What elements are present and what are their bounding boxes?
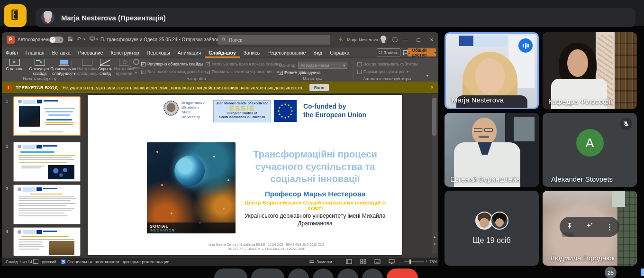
close-button[interactable]: ×	[425, 32, 438, 47]
minimize-button[interactable]: —	[398, 32, 412, 47]
tab-review[interactable]: Рецензирование	[263, 47, 309, 58]
normal-view-icon[interactable]	[346, 259, 354, 264]
previous-slide-button[interactable]: ▲	[432, 233, 438, 240]
tab-slideshow[interactable]: Слайд-шоу	[205, 47, 240, 58]
participant-name: Marja Nesterova	[452, 96, 504, 104]
scrollbar-thumb[interactable]	[432, 98, 436, 136]
more-controls-button[interactable]	[362, 269, 383, 278]
slide-thumbnail-1[interactable]	[13, 96, 81, 136]
tile-more-participants[interactable]: Ще 19 осіб	[444, 191, 539, 266]
partial-icon	[641, 269, 644, 276]
reading-view-icon[interactable]	[374, 259, 382, 264]
powerpoint-icon: P	[7, 36, 15, 44]
proofing-icon[interactable]	[33, 259, 38, 264]
slide-presenter: Професор Марья Нестерова	[237, 190, 393, 198]
slide-sorter-icon[interactable]	[360, 259, 368, 264]
tile-marja-nesterova[interactable]: Marja Nesterova	[444, 32, 539, 109]
maximize-button[interactable]: □	[411, 32, 426, 47]
zoom-slider-thumb[interactable]	[409, 259, 411, 264]
tab-draw[interactable]: Рисование	[74, 47, 107, 58]
update-slides-checkbox[interactable]: ✓Регулярно обновлять слайды	[141, 62, 203, 66]
warning-close-icon[interactable]: ×	[431, 84, 434, 90]
undo-icon[interactable]: ↶	[77, 36, 81, 42]
video-scene-layer	[475, 58, 505, 94]
undo-dropdown-icon[interactable]: ▾	[83, 37, 85, 41]
slideshow-view-icon[interactable]	[389, 259, 396, 264]
share-button[interactable]: Общий доступ ▾	[408, 48, 436, 56]
zoom-out-button[interactable]: —	[399, 259, 403, 264]
next-slide-button[interactable]: ▼	[432, 241, 438, 248]
tab-view[interactable]: Вид	[309, 47, 326, 58]
video-scene-layer	[479, 136, 489, 138]
tab-animations[interactable]: Анимация	[174, 47, 205, 58]
present-button[interactable]	[337, 269, 358, 278]
powerpoint-window: P Автосохранение ✓ ↶ ▾ ▾ П. трансформуюч…	[2, 32, 438, 266]
presentation-title: Marja Nesterova (Презентація)	[61, 14, 166, 22]
language-label[interactable]: русский	[42, 259, 56, 264]
from-beginning-button[interactable]: ▶ С начала	[5, 59, 25, 72]
slideshow-qat-icon[interactable]	[89, 36, 95, 43]
tile-evgeniy-borinshteyn[interactable]: Евгений Боринштейн	[444, 113, 539, 187]
video-scene-layer	[484, 128, 493, 132]
notes-button[interactable]: Заметки	[317, 259, 332, 264]
accessibility-status[interactable]: Специальные возможности: проверьте реком…	[67, 259, 170, 264]
editor-area: 1 2 3 4	[2, 93, 438, 258]
slide-counter[interactable]: Слайд 1 из 14	[6, 259, 32, 264]
tile-lyudmila-gorodnyuk[interactable]: ⋮ Людмила Городнюк	[543, 191, 637, 266]
zoom-level[interactable]: 78%	[429, 259, 437, 264]
video-scene-layer	[474, 128, 482, 132]
always-show-subtitles-checkbox: Всегда показывать субтитры	[357, 62, 418, 66]
qat-dropdown-icon[interactable]: ▾	[96, 37, 98, 41]
record-button[interactable]: Запись	[377, 48, 400, 56]
captions-button[interactable]	[288, 269, 309, 278]
reactions-button[interactable]	[313, 269, 334, 278]
tab-file[interactable]: Файл	[2, 47, 22, 58]
mic-button[interactable]	[214, 269, 247, 278]
search-input[interactable]: Поиск	[218, 35, 330, 45]
zoom-in-button[interactable]: +	[426, 259, 428, 264]
tile-alexander-stovpets[interactable]: A Alexander Stovpets	[543, 113, 637, 187]
thumbnail-number: 1	[6, 98, 8, 103]
slide-canvas[interactable]: Dragomanov Ukrainian State University Je…	[88, 95, 402, 255]
slide-thumbnail-4[interactable]	[13, 227, 81, 256]
participant-count-badge[interactable]: 25	[605, 267, 617, 278]
slide-thumbnail-3[interactable]	[13, 185, 81, 224]
tab-design[interactable]: Конструктор	[107, 47, 143, 58]
effects-icon[interactable]	[585, 222, 594, 232]
zoom-slider[interactable]	[404, 261, 424, 262]
autosave-toggle[interactable]: ✓	[49, 37, 63, 43]
warning-message[interactable]: Не удается передать или скачать ваши изм…	[63, 85, 304, 90]
sparks-graphic	[156, 151, 158, 153]
document-title[interactable]: П. трансформуючи Одеса 25.05.24 • Отправ…	[100, 37, 237, 42]
slide-thumbnail-2[interactable]	[13, 142, 81, 182]
more-options-icon[interactable]: ⋮	[606, 222, 613, 232]
subtitle-settings-button: Параметры субтитров ▾	[357, 69, 408, 74]
app-logo-button[interactable]	[4, 4, 27, 27]
signin-button[interactable]: Вход	[309, 84, 329, 91]
tile-kafedra-filosofii[interactable]: Кафедра Філософії	[543, 32, 637, 109]
pin-icon[interactable]	[566, 222, 573, 232]
presenter-view-checkbox[interactable]: ✓Режим докладчика	[279, 70, 320, 75]
search-placeholder: Поиск	[229, 37, 242, 43]
video-scene-layer	[567, 49, 588, 77]
tab-insert[interactable]: Вставка	[48, 47, 74, 58]
video-scene-layer	[514, 117, 535, 141]
slide-title: Трансформаційні процеси сучасного суспіл…	[237, 148, 393, 185]
ribbon-display-options-icon[interactable]	[392, 37, 398, 42]
leave-call-button[interactable]	[387, 269, 418, 278]
collapse-ribbon-icon[interactable]: ▾	[426, 74, 428, 78]
tab-home[interactable]: Главная	[22, 47, 48, 58]
titlebar-user-avatar[interactable]	[379, 36, 388, 44]
tab-transitions[interactable]: Переходы	[143, 47, 174, 58]
camera-button[interactable]	[251, 269, 284, 278]
tab-help[interactable]: Справка	[326, 47, 353, 58]
title-dropdown-icon[interactable]: ▾	[209, 37, 211, 41]
save-icon[interactable]	[67, 36, 73, 43]
search-icon	[221, 37, 226, 43]
editor-scrollbar[interactable]	[432, 95, 437, 253]
tab-record[interactable]: Запись	[240, 47, 263, 58]
participant-name: Кафедра Філософії	[548, 97, 612, 105]
thumbnail-number: 3	[6, 186, 8, 191]
share-dropdown-icon: ▾	[434, 51, 436, 55]
group-monitors: Мониторы	[286, 76, 338, 81]
